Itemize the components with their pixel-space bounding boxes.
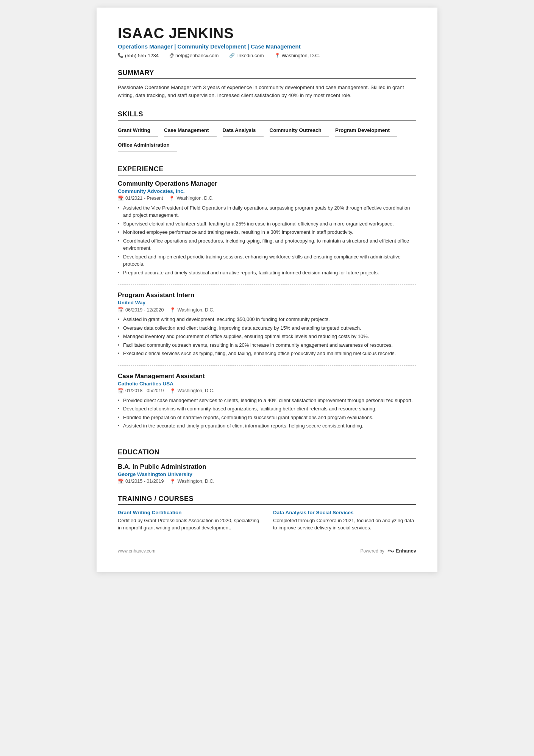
skill-item: Grant Writing (118, 125, 158, 137)
bullet-list: Assisted the Vice President of Field Ope… (118, 204, 416, 277)
job-company: Catholic Charities USA (118, 381, 416, 387)
location-contact: 📍 Washington, D.C. (275, 53, 320, 58)
job-block: Case Management AssistantCatholic Charit… (118, 373, 416, 438)
email-text: help@enhancv.com (175, 53, 219, 58)
calendar-icon: 📅 (118, 479, 124, 484)
phone-contact: 📞 (555) 555-1234 (118, 53, 159, 58)
bullet-item: Prepared accurate and timely statistical… (118, 269, 416, 277)
location-pin-icon: 📍 (170, 307, 176, 313)
job-dates: 📅 01/2018 - 05/2019 (118, 388, 164, 394)
resume-page: ISAAC JENKINS Operations Manager | Commu… (97, 8, 437, 572)
job-location: 📍 Washington, D.C. (170, 388, 214, 394)
job-title: Program Assistant Intern (118, 291, 416, 299)
powered-by-text: Powered by (360, 548, 384, 554)
job-location: 📍 Washington, D.C. (169, 196, 214, 201)
calendar-icon: 📅 (118, 196, 124, 201)
edu-degree: B.A. in Public Administration (118, 463, 416, 471)
experience-title: EXPERIENCE (118, 165, 416, 175)
job-meta: 📅 06/2019 - 12/2020 📍 Washington, D.C. (118, 307, 416, 313)
bullet-item: Supervised clerical and volunteer staff,… (118, 220, 416, 228)
skill-item: Office Administration (118, 140, 177, 152)
contact-row: 📞 (555) 555-1234 @ help@enhancv.com 🔗 li… (118, 53, 416, 58)
bullet-item: Developed relationships with community-b… (118, 405, 416, 413)
training-section: TRAINING / COURSES Grant Writing Certifi… (118, 495, 416, 532)
footer-brand: Powered by Enhancv (360, 548, 416, 554)
job-meta: 📅 01/2018 - 05/2019 📍 Washington, D.C. (118, 388, 416, 394)
bullet-item: Managed inventory and procurement of off… (118, 333, 416, 340)
bullet-item: Provided direct case management services… (118, 397, 416, 404)
training-item-title: Data Analysis for Social Services (273, 510, 416, 515)
job-title: Community Operations Manager (118, 180, 416, 188)
edu-block: B.A. in Public Administration George Was… (118, 463, 416, 484)
edu-school: George Washington University (118, 471, 416, 477)
location-icon: 📍 (275, 53, 280, 58)
summary-title: SUMMARY (118, 69, 416, 79)
footer: www.enhancv.com Powered by Enhancv (118, 544, 416, 554)
bullet-item: Executed clerical services such as typin… (118, 350, 416, 357)
job-location: 📍 Washington, D.C. (170, 307, 214, 313)
bullet-item: Coordinated office operations and proced… (118, 237, 416, 252)
bullet-item: Monitored employee performance and train… (118, 229, 416, 236)
education-section: EDUCATION B.A. in Public Administration … (118, 448, 416, 484)
job-block: Community Operations ManagerCommunity Ad… (118, 180, 416, 285)
linkedin-icon: 🔗 (229, 53, 235, 58)
edu-dates: 📅 01/2015 - 01/2019 (118, 479, 164, 484)
training-item-desc: Certified by Grant Professionals Associa… (118, 517, 261, 532)
bullet-item: Facilitated community outreach events, r… (118, 341, 416, 349)
bullet-item: Assisted in grant writing and developmen… (118, 316, 416, 323)
phone-text: (555) 555-1234 (125, 53, 159, 58)
bullet-list: Assisted in grant writing and developmen… (118, 316, 416, 357)
summary-section: SUMMARY Passionate Operations Manager wi… (118, 69, 416, 100)
skill-item: Program Development (335, 125, 397, 137)
edu-location: 📍 Washington, D.C. (170, 479, 214, 484)
skill-item: Community Outreach (270, 125, 329, 137)
bullet-item: Handled the preparation of narrative rep… (118, 414, 416, 421)
skill-item: Case Management (164, 125, 217, 137)
jobs-container: Community Operations ManagerCommunity Ad… (118, 180, 416, 438)
footer-website: www.enhancv.com (118, 548, 155, 554)
job-block: Program Assistant InternUnited Way 📅 06/… (118, 291, 416, 366)
education-title: EDUCATION (118, 448, 416, 459)
summary-text: Passionate Operations Manager with 3 yea… (118, 84, 416, 100)
training-title: TRAINING / COURSES (118, 495, 416, 505)
email-contact: @ help@enhancv.com (169, 53, 219, 58)
skill-item: Data Analysis (223, 125, 264, 137)
job-company: Community Advocates, Inc. (118, 188, 416, 194)
bullet-item: Developed and implemented periodic train… (118, 253, 416, 268)
experience-section: EXPERIENCE Community Operations ManagerC… (118, 165, 416, 438)
training-item: Data Analysis for Social ServicesComplet… (273, 510, 416, 532)
job-company: United Way (118, 300, 416, 305)
calendar-icon: 📅 (118, 388, 124, 394)
candidate-name: ISAAC JENKINS (118, 26, 416, 42)
location-icon-edu: 📍 (170, 479, 176, 484)
training-item: Grant Writing CertificationCertified by … (118, 510, 261, 532)
brand-name: Enhancv (396, 548, 416, 554)
phone-icon: 📞 (118, 53, 123, 58)
candidate-title: Operations Manager | Community Developme… (118, 43, 416, 50)
linkedin-contact: 🔗 linkedin.com (229, 53, 264, 58)
training-grid: Grant Writing CertificationCertified by … (118, 510, 416, 532)
skills-section: SKILLS Grant WritingCase ManagementData … (118, 110, 416, 155)
bullet-item: Oversaw data collection and client track… (118, 324, 416, 332)
location-pin-icon: 📍 (169, 196, 175, 201)
training-item-title: Grant Writing Certification (118, 510, 261, 515)
linkedin-text: linkedin.com (236, 53, 264, 58)
bullet-list: Provided direct case management services… (118, 397, 416, 430)
enhancv-logo: Enhancv (387, 548, 416, 554)
job-dates: 📅 06/2019 - 12/2020 (118, 307, 164, 313)
skills-grid: Grant WritingCase ManagementData Analysi… (118, 125, 416, 155)
header-section: ISAAC JENKINS Operations Manager | Commu… (118, 26, 416, 58)
location-pin-icon: 📍 (170, 388, 176, 394)
edu-meta: 📅 01/2015 - 01/2019 📍 Washington, D.C. (118, 479, 416, 484)
job-dates: 📅 01/2021 - Present (118, 196, 163, 201)
location-text: Washington, D.C. (282, 53, 320, 58)
email-icon: @ (169, 53, 174, 58)
job-title: Case Management Assistant (118, 373, 416, 380)
skills-title: SKILLS (118, 110, 416, 121)
job-meta: 📅 01/2021 - Present 📍 Washington, D.C. (118, 196, 416, 201)
bullet-item: Assisted the Vice President of Field Ope… (118, 204, 416, 219)
training-item-desc: Completed through Coursera in 2021, focu… (273, 517, 416, 532)
bullet-item: Assisted in the accurate and timely prep… (118, 422, 416, 430)
calendar-icon: 📅 (118, 307, 124, 313)
